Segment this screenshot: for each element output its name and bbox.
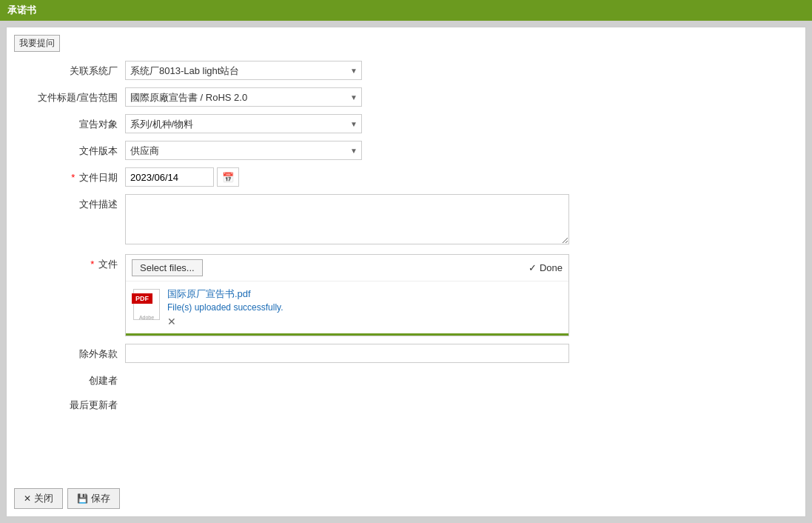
label-declaration-target: 宣告对象: [29, 114, 125, 131]
control-doc-title: 國際原廠宣告書 / RoHS 2.0 ▼: [125, 87, 569, 107]
label-doc-description: 文件描述: [29, 194, 125, 211]
close-button[interactable]: ✕ 关闭: [14, 488, 63, 509]
hint-button[interactable]: 我要提问: [14, 35, 60, 52]
date-input-wrapper: 📅: [125, 167, 569, 187]
file-name-link[interactable]: 国际原厂宣告书.pdf: [167, 287, 283, 301]
control-doc-date: 📅: [125, 167, 569, 187]
label-creator: 创建者: [29, 370, 125, 387]
title-bar: 承诺书: [0, 0, 812, 21]
file-status: File(s) uploaded successfully.: [167, 302, 283, 313]
file-upload-toolbar: Select files... ✓ Done: [126, 255, 568, 282]
file-info: 国际原厂宣告书.pdf File(s) uploaded successfull…: [167, 287, 283, 327]
label-last-updated: 最后更新者: [29, 395, 125, 412]
control-file: Select files... ✓ Done PDF: [125, 254, 569, 336]
done-button: ✓ Done: [529, 262, 563, 273]
select-wrapper-doc-version: 供应商 ▼: [125, 141, 362, 160]
title-text: 承诺书: [7, 4, 36, 17]
form-row-doc-version: 文件版本 供应商 ▼: [29, 141, 783, 160]
save-icon: 💾: [77, 493, 88, 504]
form-area: 关联系统厂 系统厂8013-Lab light站台 ▼ 文件标题/宣告范围 國際…: [14, 61, 798, 412]
control-factory: 系统厂8013-Lab light站台 ▼: [125, 61, 569, 80]
form-row-creator: 创建者: [29, 370, 783, 387]
form-row-doc-description: 文件描述: [29, 194, 783, 247]
select-wrapper-factory: 系统厂8013-Lab light站台 ▼: [125, 61, 362, 80]
date-input[interactable]: [125, 167, 214, 187]
form-row-exclusion: 除外条款: [29, 344, 783, 363]
form-row-doc-date: 文件日期 📅: [29, 167, 783, 187]
label-file: 文件: [29, 254, 125, 271]
file-delete-button[interactable]: ✕: [167, 316, 283, 327]
label-doc-date: 文件日期: [29, 167, 125, 184]
adobe-text: Adobe: [132, 315, 161, 320]
select-factory[interactable]: 系统厂8013-Lab light站台: [125, 61, 362, 80]
form-row-last-updated: 最后更新者: [29, 395, 783, 412]
save-button[interactable]: 💾 保存: [67, 488, 120, 509]
label-factory: 关联系统厂: [29, 61, 125, 78]
form-row-file: 文件 Select files... ✓ Done: [29, 254, 783, 336]
exclusion-input[interactable]: [125, 344, 569, 363]
control-doc-version: 供应商 ▼: [125, 141, 569, 160]
main-container: 我要提问 关联系统厂 系统厂8013-Lab light站台 ▼ 文件标题/宣告…: [6, 27, 806, 517]
checkmark-icon: ✓: [529, 262, 537, 273]
select-wrapper-doc-title: 國際原廠宣告書 / RoHS 2.0 ▼: [125, 87, 362, 107]
control-exclusion: [125, 344, 569, 363]
pdf-icon: PDF Adobe: [132, 287, 161, 322]
label-exclusion: 除外条款: [29, 344, 125, 361]
calendar-icon: 📅: [222, 172, 234, 183]
file-upload-section: Select files... ✓ Done PDF: [125, 254, 569, 336]
pdf-badge: PDF: [132, 293, 152, 304]
control-doc-description: [125, 194, 569, 247]
label-doc-title: 文件标题/宣告范围: [29, 87, 125, 104]
file-item-area: PDF Adobe 国际原厂宣告书.pdf File(s) uploaded s…: [126, 282, 568, 336]
select-declaration-target[interactable]: 系列/机种/物料: [125, 114, 362, 133]
select-wrapper-declaration-target: 系列/机种/物料 ▼: [125, 114, 362, 133]
calendar-icon-button[interactable]: 📅: [217, 167, 239, 187]
bottom-buttons: ✕ 关闭 💾 保存: [14, 488, 120, 509]
form-row-doc-title: 文件标题/宣告范围 國際原廠宣告書 / RoHS 2.0 ▼: [29, 87, 783, 107]
select-files-button[interactable]: Select files...: [132, 259, 203, 276]
textarea-doc-description[interactable]: [125, 194, 569, 244]
form-row-factory: 关联系统厂 系统厂8013-Lab light站台 ▼: [29, 61, 783, 80]
control-declaration-target: 系列/机种/物料 ▼: [125, 114, 569, 133]
select-doc-version[interactable]: 供应商: [125, 141, 362, 160]
pdf-icon-inner: PDF Adobe: [132, 287, 161, 322]
file-item: PDF Adobe 国际原厂宣告书.pdf File(s) uploaded s…: [132, 287, 563, 327]
select-doc-title[interactable]: 國際原廠宣告書 / RoHS 2.0: [125, 87, 362, 107]
close-icon: ✕: [24, 493, 31, 504]
form-row-declaration-target: 宣告对象 系列/机种/物料 ▼: [29, 114, 783, 133]
label-doc-version: 文件版本: [29, 141, 125, 158]
